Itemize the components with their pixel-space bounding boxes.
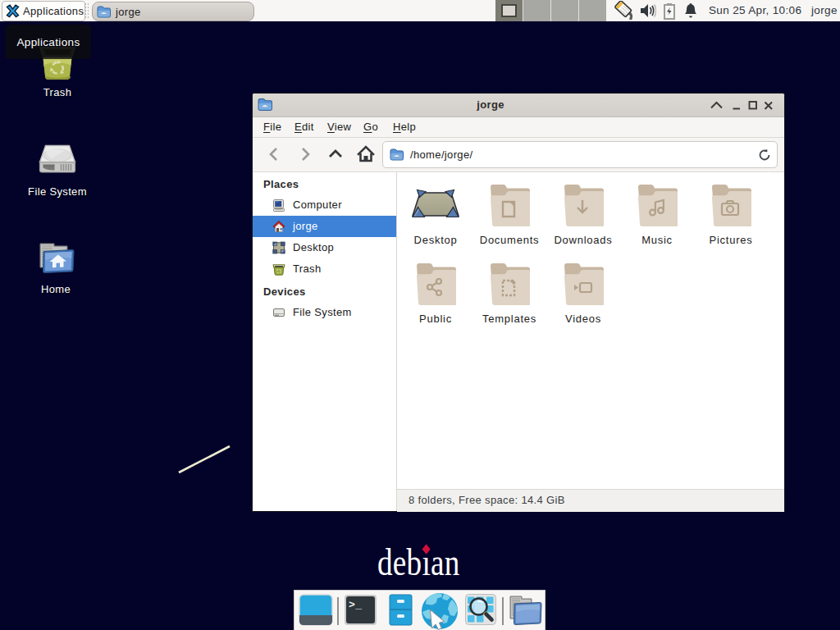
svg-text:>_: >_ xyxy=(349,599,362,611)
